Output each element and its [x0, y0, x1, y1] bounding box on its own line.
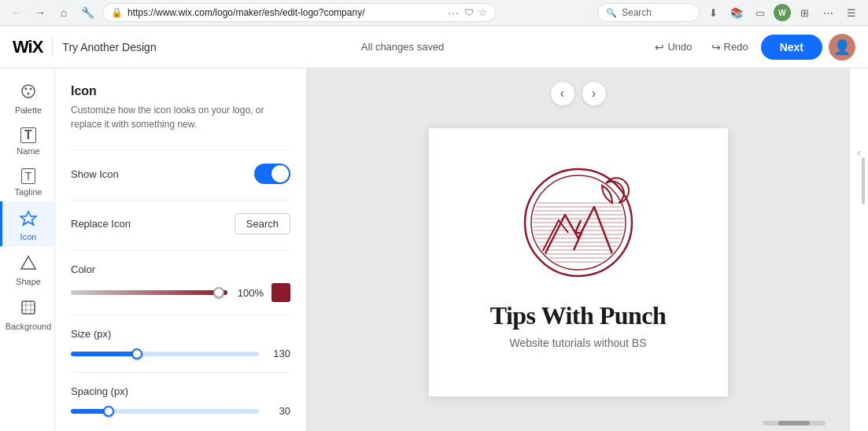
divider-3	[71, 250, 290, 251]
search-icon: 🔍	[606, 8, 617, 18]
browser-search-box[interactable]: 🔍 Search	[597, 3, 700, 22]
svg-marker-5	[21, 256, 35, 269]
divider-4	[71, 315, 290, 315]
palette-icon	[20, 83, 37, 102]
pocket-icon: 🛡	[464, 7, 474, 18]
sidebar-item-tagline[interactable]: T Tagline	[0, 160, 54, 201]
header-status: All changes saved	[166, 41, 640, 53]
right-panel-handle[interactable]: ‹	[849, 68, 868, 431]
dots-icon: ···	[448, 6, 460, 19]
logo-title: Tips With Punch	[490, 301, 667, 330]
spacing-label: Spacing (px)	[71, 385, 290, 397]
download-button[interactable]: ⬇	[703, 2, 723, 23]
show-icon-row: Show Icon	[71, 164, 290, 184]
more-button[interactable]: ⋯	[818, 2, 838, 23]
spacing-section: Spacing (px) 30	[71, 385, 290, 417]
spacing-slider-thumb	[103, 406, 114, 417]
logo-card: Tips With Punch Website tutorials withou…	[429, 128, 728, 396]
show-icon-label: Show Icon	[71, 168, 119, 180]
replace-icon-row: Replace Icon Search	[71, 213, 290, 234]
sidebar-item-palette[interactable]: Palette	[0, 75, 54, 120]
sidebar-item-name[interactable]: T Name	[0, 120, 54, 160]
canvas-area: ‹ ›	[307, 68, 849, 431]
divider-2	[71, 200, 290, 201]
background-label: Background	[6, 322, 52, 331]
lock-icon: 🔒	[111, 7, 123, 18]
back-button[interactable]: ←	[6, 2, 27, 23]
svg-point-3	[28, 93, 30, 95]
devtools-button[interactable]: 🔧	[77, 2, 98, 23]
profile-button[interactable]: W	[774, 4, 791, 21]
icon-panel: Icon Customize how the icon looks on you…	[55, 68, 307, 431]
screenshot-button[interactable]: ▭	[750, 2, 770, 23]
url-text: https://www.wix.com/logo/maker/esh/edit-…	[127, 7, 443, 18]
collapse-arrow: ‹	[858, 147, 861, 158]
tagline-icon: T	[21, 168, 36, 184]
size-value: 130	[267, 348, 290, 359]
icon-icon	[20, 209, 37, 229]
name-icon: T	[20, 127, 36, 143]
header-right: ↩ Undo ↪ Redo Next 👤	[648, 34, 855, 61]
forward-button[interactable]: →	[30, 2, 50, 23]
wix-logo: WiX	[13, 37, 42, 57]
canvas-nav: ‹ ›	[550, 81, 607, 106]
redo-button[interactable]: ↪ Redo	[705, 36, 755, 58]
scrollbar-thumb	[778, 421, 810, 425]
bookmarks-button[interactable]: 📚	[726, 2, 747, 23]
spacing-slider-track[interactable]	[71, 409, 259, 414]
all-changes-saved: All changes saved	[361, 41, 445, 53]
color-label: Color	[71, 263, 290, 275]
svg-rect-6	[22, 301, 35, 314]
address-bar[interactable]: 🔒 https://www.wix.com/logo/maker/esh/edi…	[102, 3, 496, 22]
browser-actions: 🔍 Search ⬇ 📚 ▭ W ⊞ ⋯ ☰	[597, 2, 862, 23]
sidebar-item-shape[interactable]: Shape	[0, 246, 54, 291]
color-row: 100%	[71, 283, 290, 302]
redo-icon: ↪	[711, 41, 721, 53]
color-slider-thumb	[213, 287, 224, 298]
canvas-prev-button[interactable]: ‹	[550, 81, 575, 106]
divider-5	[71, 372, 290, 373]
spacing-value: 30	[267, 405, 290, 417]
name-label: Name	[17, 146, 39, 156]
sidebar-item-icon[interactable]: Icon	[0, 201, 54, 246]
sidebar-item-background[interactable]: Background	[0, 291, 54, 336]
redo-label: Redo	[724, 41, 748, 53]
show-icon-toggle[interactable]	[254, 164, 290, 184]
browser-nav-buttons: ← → ⌂ 🔧	[6, 2, 98, 23]
size-slider-track[interactable]	[71, 352, 259, 356]
logo-subtitle: Website tutorials without BS	[509, 337, 646, 349]
svg-marker-4	[20, 212, 36, 225]
browser-toolbar: ← → ⌂ 🔧 🔒 https://www.wix.com/logo/maker…	[0, 0, 868, 25]
horizontal-scrollbar[interactable]	[763, 421, 826, 425]
spacing-row: 30	[71, 405, 290, 417]
svg-point-2	[30, 88, 32, 90]
header-divider	[52, 38, 53, 57]
page-title: Try Another Design	[62, 41, 156, 53]
size-row: 130	[71, 348, 290, 359]
svg-point-1	[25, 88, 28, 90]
tagline-label: Tagline	[15, 187, 42, 197]
canvas-next-button[interactable]: ›	[582, 81, 607, 106]
extensions-button[interactable]: ⊞	[794, 2, 814, 23]
icon-label: Icon	[20, 232, 37, 241]
next-button[interactable]: Next	[761, 35, 822, 60]
size-section: Size (px) 130	[71, 328, 290, 359]
shape-icon	[20, 254, 37, 274]
avatar: 👤	[829, 34, 855, 61]
color-section: Color 100%	[71, 263, 290, 302]
color-swatch[interactable]	[271, 283, 290, 302]
panel-subtitle: Customize how the icon looks on your log…	[71, 103, 290, 131]
home-button[interactable]: ⌂	[54, 2, 74, 23]
divider-1	[71, 150, 290, 151]
size-label: Size (px)	[71, 328, 290, 340]
undo-button[interactable]: ↩ Undo	[648, 36, 698, 58]
shape-label: Shape	[16, 277, 41, 286]
color-slider-track[interactable]	[71, 290, 227, 295]
menu-button[interactable]: ☰	[841, 2, 862, 23]
replace-icon-label: Replace Icon	[71, 218, 131, 230]
panel-title: Icon	[71, 84, 290, 98]
size-slider-thumb	[131, 348, 142, 359]
sidebar-icons: Palette T Name T Tagline Icon Shape	[0, 68, 55, 431]
search-replace-button[interactable]: Search	[235, 213, 290, 234]
app-header: WiX Try Another Design All changes saved…	[0, 26, 868, 68]
